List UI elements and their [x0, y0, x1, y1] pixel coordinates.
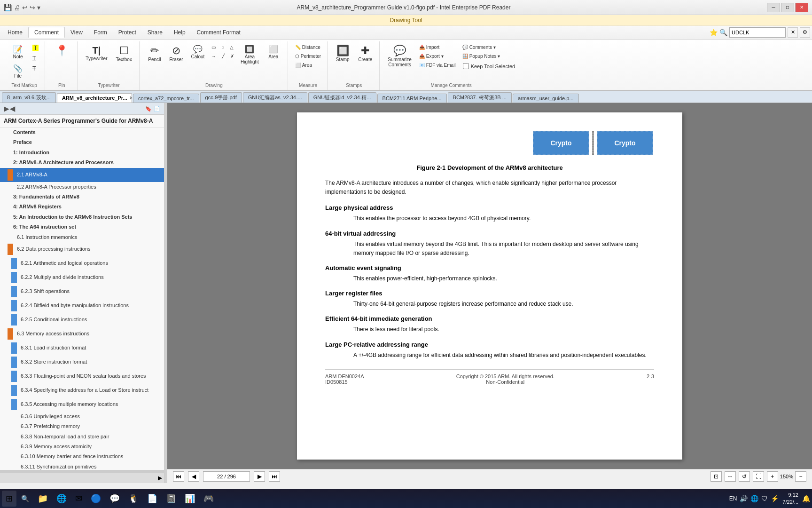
notification-icon[interactable]: 🔔 [802, 495, 810, 502]
toc-item-0[interactable]: Contents [0, 127, 164, 137]
menu-protect[interactable]: Protect [113, 27, 142, 38]
sidebar-header-icons[interactable]: 🔖 📄 [145, 106, 160, 112]
measure-area-button[interactable]: ⬜ Area [293, 61, 323, 69]
fit-width-button[interactable]: ↔ [725, 471, 736, 482]
toc-item-4[interactable]: 2.1 ARMv8-A [0, 168, 164, 182]
keep-tool-checkbox[interactable]: Keep Tool Selected [460, 61, 518, 71]
textbox-button[interactable]: ☐ Textbox [112, 43, 135, 64]
window-controls[interactable]: ─ □ ✕ [767, 3, 808, 12]
toc-item-2[interactable]: 1: Introduction [0, 148, 164, 158]
toc-item-1[interactable]: Preface [0, 137, 164, 147]
comments-button[interactable]: 💬 Comments ▾ [460, 43, 518, 51]
minimize-button[interactable]: ─ [767, 3, 780, 12]
triangle-shape-button[interactable]: △ [227, 43, 236, 51]
arrow-shape-button[interactable]: → [209, 52, 219, 60]
toc-item-16[interactable]: 6.2.5 Conditional instructions [0, 313, 164, 327]
toc-item-25[interactable]: 6.3.8 Non-temporal load and store pair [0, 432, 164, 442]
start-button[interactable]: ⊞ [2, 491, 16, 507]
menu-view[interactable]: View [65, 27, 88, 38]
fit-page-button[interactable]: ⊡ [710, 471, 722, 482]
summarize-comments-button[interactable]: 💬 SummarizeComments [384, 43, 415, 70]
fullscreen-button[interactable]: ⛶ [753, 471, 764, 482]
export-button[interactable]: 📤 Export ▾ [417, 52, 458, 60]
toc-item-13[interactable]: 6.2.2 Multiply and divide instructions [0, 270, 164, 285]
pin-button[interactable]: 📍 [50, 43, 73, 59]
toc-item-12[interactable]: 6.2.1 Arithmetic and logical operations [0, 256, 164, 270]
toc-item-6[interactable]: 3: Fundamentals of ARMv8 [0, 192, 164, 202]
menu-share[interactable]: Share [142, 27, 168, 38]
menu-form[interactable]: Form [88, 27, 113, 38]
tab-1-close[interactable]: ✕ [129, 95, 132, 101]
toc-item-15[interactable]: 6.2.4 Bitfield and byte manipulation ins… [0, 299, 164, 313]
nav-last-button[interactable]: ⏭ [269, 471, 280, 482]
undo-icon[interactable]: ↩ [22, 4, 28, 11]
popup-notes-button[interactable]: 🪟 Popup Notes ▾ [460, 52, 518, 60]
toc-item-17[interactable]: 6.3 Memory access instructions [0, 327, 164, 341]
taskbar-qq[interactable]: 🐧 [125, 491, 142, 507]
callout-button[interactable]: 💬 Calout [187, 43, 208, 62]
rect-shape-button[interactable]: ▭ [209, 43, 218, 51]
toc-item-23[interactable]: 6.3.6 Unprivileged access [0, 412, 164, 421]
search-settings-button[interactable]: ⚙ [800, 27, 810, 38]
taskbar-onenote[interactable]: 📓 [162, 491, 180, 507]
taskbar-wechat[interactable]: 💬 [106, 491, 124, 507]
eraser-button[interactable]: ⊘ Eraser [166, 43, 187, 64]
toc-item-5[interactable]: 2.2 ARMv8-A Processor properties [0, 182, 164, 192]
toc-item-20[interactable]: 6.3.3 Floating-point and NEON scalar loa… [0, 369, 164, 383]
tab-7[interactable]: BCM2837- 树莓派3B ... [448, 92, 512, 103]
taskbar-file-explorer[interactable]: 📁 [34, 491, 52, 507]
taskbar-chrome[interactable]: 🔵 [87, 491, 105, 507]
menu-comment-format[interactable]: Comment Format [191, 27, 246, 38]
tab-6[interactable]: BCM2711 ARM Periphe... [377, 94, 447, 103]
toc-item-27[interactable]: 6.3.10 Memory barrier and fence instruct… [0, 452, 164, 461]
file-button[interactable]: 📎 File [8, 63, 28, 81]
search-input[interactable] [729, 27, 786, 38]
bookmark-icon[interactable]: 🔖 [145, 106, 152, 112]
pencil-button[interactable]: ✏ Pencil [144, 43, 165, 64]
taskbar-pdf[interactable]: 📄 [143, 491, 161, 507]
save-icon[interactable]: 💾 [4, 4, 12, 11]
taskbar-ie[interactable]: 🌐 [53, 491, 70, 507]
zoom-in-button[interactable]: + [767, 471, 778, 482]
nav-next-button[interactable]: ▶ [254, 471, 265, 482]
taskbar-app2[interactable]: 🎮 [200, 491, 218, 507]
rotate-button[interactable]: ↺ [739, 471, 750, 482]
perimeter-button[interactable]: ⬡ Perimeter [293, 52, 323, 60]
toc-item-10[interactable]: 6.1 Instruction mnemonics [0, 232, 164, 242]
speaker-icon[interactable]: 🔊 [740, 495, 748, 502]
close-button[interactable]: ✕ [795, 3, 808, 12]
line-shape-button[interactable]: ╱ [219, 52, 227, 60]
tab-2[interactable]: cortex_a72_mpcore_tr... [133, 94, 199, 103]
toc-item-21[interactable]: 6.3.4 Specifying the address for a Load … [0, 383, 164, 397]
stamp-button[interactable]: 🔲 Stamp [332, 43, 353, 64]
tab-1[interactable]: ARM_v8_architecture_Pr... ✕ [57, 93, 132, 103]
menu-comment[interactable]: Comment [28, 27, 65, 38]
nav-first-button[interactable]: ⏮ [173, 471, 184, 482]
search-clear-button[interactable]: ✕ [788, 27, 798, 38]
toc-item-22[interactable]: 6.3.5 Accessing multiple memory location… [0, 397, 164, 412]
highlight-button[interactable]: T [30, 43, 41, 53]
toc-item-18[interactable]: 6.3.1 Load instruction format [0, 341, 164, 355]
taskbar-ppt[interactable]: 📊 [181, 491, 199, 507]
fdf-email-button[interactable]: 📧 FDF via Email [417, 61, 458, 69]
toc-item-14[interactable]: 6.2.3 Shift operations [0, 285, 164, 299]
tab-5[interactable]: GNU链接器ld_v2.34-精... [308, 92, 376, 103]
sidebar-nav-arrows[interactable]: ▶ ◀ [4, 105, 15, 112]
zoom-out-button[interactable]: − [795, 471, 806, 482]
tab-8[interactable]: armasm_user_guide.p... [513, 94, 579, 103]
menu-help[interactable]: Help [168, 27, 191, 38]
sidebar-back-icon[interactable]: ◀ [10, 105, 15, 112]
toc-item-9[interactable]: 6: The A64 instruction set [0, 222, 164, 232]
network-icon[interactable]: 🌐 [750, 495, 758, 502]
distance-button[interactable]: 📏 Distance [293, 43, 323, 51]
search-box[interactable]: ⭐ 🔍 ✕ ⚙ [710, 27, 810, 38]
redo-icon[interactable]: ↪ [30, 4, 35, 11]
pdf-scroll[interactable]: Crypto Crypto Figure 2-1 Development of … [167, 103, 812, 469]
print-icon[interactable]: 🖨 [14, 4, 20, 11]
antivirus-icon[interactable]: ⚡ [771, 495, 779, 502]
sidebar-forward-icon[interactable]: ▶ [4, 105, 9, 112]
tab-3[interactable]: gcc-9手册.pdf [200, 92, 242, 103]
toc-item-28[interactable]: 6.3.11 Synchronization primitives [0, 462, 164, 470]
area-button[interactable]: ⬜ Area [263, 43, 284, 62]
xshape-button[interactable]: ✗ [228, 52, 236, 60]
